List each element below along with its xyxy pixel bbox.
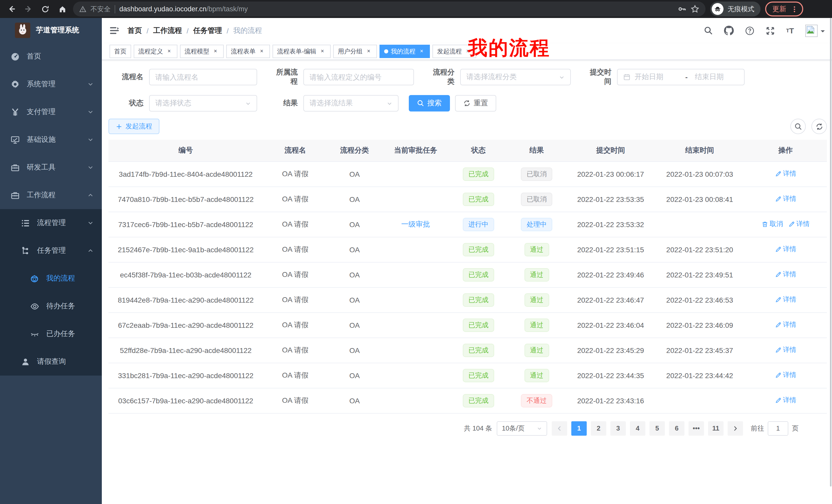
close-icon[interactable]: × <box>319 48 326 55</box>
cell-name: OA 请假 <box>263 363 328 388</box>
parent-process-input[interactable] <box>303 69 414 85</box>
security-label[interactable]: 不安全 <box>90 4 110 13</box>
table-row: 3ad174fb-7b9d-11ec-8404-acde48001122OA 请… <box>108 161 827 187</box>
tab-流程表单[interactable]: 流程表单× <box>226 45 270 58</box>
detail-action-link[interactable]: 详情 <box>775 295 796 304</box>
sidebar-item-流程管理[interactable]: 流程管理 <box>0 209 102 237</box>
detail-action-link[interactable]: 详情 <box>775 169 796 178</box>
status-badge: 已完成 <box>463 318 494 332</box>
page-button-6[interactable]: 6 <box>669 421 684 436</box>
table-row: 2152467e-7b9b-11ec-9a1b-acde48001122OA 请… <box>108 237 827 262</box>
category-select[interactable]: 请选择流程分类 <box>460 69 571 85</box>
sidebar-item-研发工具[interactable]: 研发工具 <box>0 153 102 181</box>
sidebar-item-系统管理[interactable]: 系统管理 <box>0 71 102 98</box>
sidebar-item-已办任务[interactable]: 已办任务 <box>0 320 102 348</box>
font-size-icon[interactable]: TT <box>786 26 794 35</box>
reset-button[interactable]: 重置 <box>455 95 496 111</box>
status-select[interactable]: 请选择状态 <box>149 95 257 111</box>
search-button[interactable]: 搜索 <box>409 95 450 111</box>
cell-status: 已完成 <box>450 338 507 363</box>
page-size-select[interactable]: 10条/页 <box>497 421 547 436</box>
close-icon[interactable]: × <box>365 48 372 55</box>
sidebar-item-首页[interactable]: 首页 <box>0 43 102 71</box>
avatar[interactable] <box>805 24 825 37</box>
close-icon[interactable]: × <box>418 48 425 55</box>
cell-status: 已完成 <box>450 287 507 312</box>
process-name-input[interactable] <box>149 69 257 85</box>
refresh-button[interactable] <box>811 119 827 134</box>
page-button-1[interactable]: 1 <box>571 421 587 436</box>
sidebar-item-支付管理[interactable]: 支付管理 <box>0 98 102 126</box>
detail-action-link[interactable]: 详情 <box>775 320 796 330</box>
cell-result: 通过 <box>507 338 566 363</box>
sidebar-item-我的流程[interactable]: 我的流程 <box>0 264 102 292</box>
table-toolbar: 发起流程 <box>108 119 827 134</box>
browser-back-icon[interactable] <box>5 3 18 15</box>
detail-action-link[interactable]: 详情 <box>775 396 796 405</box>
address-bar[interactable]: 不安全 dashboard.yudao.iocoder.cn/bpm/task/… <box>73 2 705 17</box>
submit-time-range[interactable]: 开始日期 - 结束日期 <box>617 69 745 85</box>
avatar-caret-icon <box>821 30 825 34</box>
page-url[interactable]: dashboard.yudao.iocoder.cn/bpm/task/my <box>119 5 248 13</box>
tab-label: 流程表单 <box>231 47 256 56</box>
browser-reload-icon[interactable] <box>39 3 51 15</box>
page-button-2[interactable]: 2 <box>591 421 606 436</box>
browser-menu-dots-icon[interactable] <box>791 5 798 12</box>
password-key-icon[interactable] <box>678 5 686 13</box>
browser-home-icon[interactable] <box>56 3 69 15</box>
cancel-action-link[interactable]: 取消 <box>761 220 783 229</box>
pager-ellipsis[interactable]: ••• <box>688 421 704 436</box>
detail-action-link[interactable]: 详情 <box>775 194 796 204</box>
close-icon[interactable]: × <box>212 48 219 55</box>
detail-action-link[interactable]: 详情 <box>775 371 796 380</box>
current-task-link[interactable]: 一级审批 <box>401 220 430 228</box>
close-icon[interactable]: × <box>165 48 173 55</box>
browser-update-button[interactable]: 更新 <box>765 2 803 17</box>
breadcrumb-item-任务管理[interactable]: 任务管理 <box>193 26 222 35</box>
sidebar-item-基础设施[interactable]: 基础设施 <box>0 126 102 153</box>
breadcrumb-separator: / <box>227 26 229 35</box>
page-button-11[interactable]: 11 <box>708 421 724 436</box>
sidebar-item-任务管理[interactable]: 任务管理 <box>0 237 102 264</box>
browser-forward-icon[interactable] <box>22 3 34 15</box>
sidebar-item-label: 请假查询 <box>37 357 66 366</box>
help-icon[interactable] <box>745 26 754 35</box>
page-button-5[interactable]: 5 <box>649 421 665 436</box>
detail-action-link[interactable]: 详情 <box>775 345 796 355</box>
sidebar-item-待办任务[interactable]: 待办任务 <box>0 292 102 320</box>
search-toggle-button[interactable] <box>790 119 806 134</box>
bookmark-star-icon[interactable] <box>691 5 699 13</box>
tab-流程模型[interactable]: 流程模型× <box>180 45 224 58</box>
breadcrumb-item-首页[interactable]: 首页 <box>128 26 142 35</box>
incognito-icon <box>712 3 724 15</box>
prev-page-button[interactable] <box>552 421 567 436</box>
tab-流程定义[interactable]: 流程定义× <box>134 45 177 58</box>
app-logo[interactable]: 芋道管理系统 <box>0 18 102 43</box>
breadcrumb-item-工作流程[interactable]: 工作流程 <box>153 26 182 35</box>
tab-首页[interactable]: 首页 <box>109 45 131 58</box>
tab-我的流程[interactable]: 我的流程× <box>380 45 430 58</box>
browser-scrollbar[interactable] <box>830 18 831 486</box>
cell-category: OA <box>328 262 382 287</box>
sidebar-item-工作流程[interactable]: 工作流程 <box>0 181 102 209</box>
close-icon[interactable]: × <box>258 48 265 55</box>
create-process-button[interactable]: 发起流程 <box>108 119 159 134</box>
fullscreen-icon[interactable] <box>765 26 775 35</box>
hamburger-icon[interactable] <box>109 26 119 35</box>
detail-action-link[interactable]: 详情 <box>775 245 796 254</box>
detail-action-link[interactable]: 详情 <box>775 270 796 279</box>
page-button-3[interactable]: 3 <box>610 421 626 436</box>
status-badge: 通过 <box>524 318 549 332</box>
goto-page-input[interactable] <box>768 421 788 436</box>
sidebar-item-请假查询[interactable]: 请假查询 <box>0 348 102 375</box>
result-select[interactable]: 请选择流结果 <box>303 95 398 111</box>
detail-action-link[interactable]: 详情 <box>788 220 810 229</box>
header-search-icon[interactable] <box>704 26 712 35</box>
tab-流程表单-编辑[interactable]: 流程表单-编辑× <box>272 45 331 58</box>
github-icon[interactable] <box>724 26 733 35</box>
next-page-button[interactable] <box>728 421 743 436</box>
page-button-4[interactable]: 4 <box>630 421 645 436</box>
cell-actions: 详情 <box>744 312 827 338</box>
tab-用户分组[interactable]: 用户分组× <box>333 45 377 58</box>
yen-icon <box>10 108 20 116</box>
